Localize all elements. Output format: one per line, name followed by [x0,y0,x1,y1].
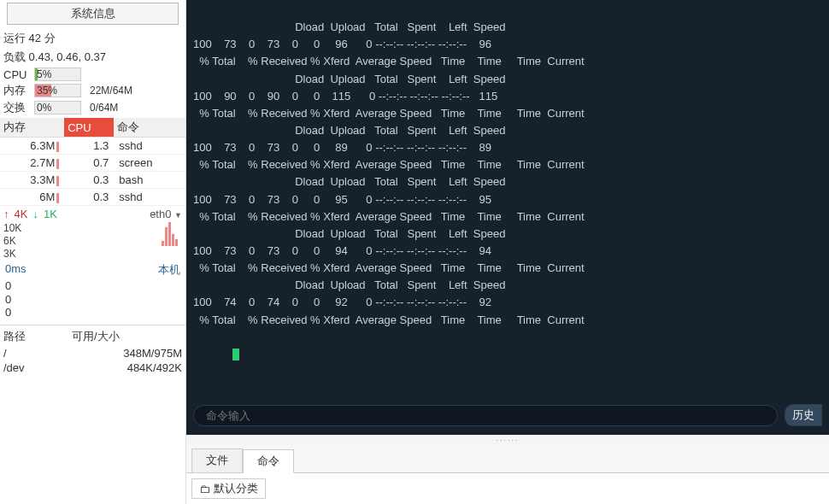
swap-bar: 0% [34,101,81,114]
table-row[interactable]: 6M0.3sshd [0,189,185,206]
terminal-output[interactable]: Dload Upload Total Spent Left Speed 100 … [186,0,829,397]
chevron-down-icon: ▼ [174,211,182,220]
command-input[interactable] [193,405,778,426]
swap-label: 交换 [3,100,31,115]
disk-row[interactable]: /dev484K/492K [0,360,185,375]
load-text: 负载 0.43, 0.46, 0.37 [0,48,185,67]
terminal-cursor [232,349,239,360]
svg-rect-3 [175,239,178,246]
net-sparkline [28,222,182,246]
ping-dest-dropdown[interactable]: 本机 [158,262,180,278]
uptime-text: 运行 42 分 [0,29,185,48]
network-row: ↑4K ↓1K eth0 ▼ [0,206,185,222]
default-category-button[interactable]: 🗀 默认分类 [191,478,266,499]
bottom-body: 🗀 默认分类 [186,473,829,504]
disk-header: 路径 可用/大小 [0,325,185,346]
mem-bar: 35% [34,84,81,97]
net-iface-dropdown[interactable]: eth0 ▼ [150,208,182,220]
right-panel: Dload Upload Total Spent Left Speed 100 … [186,0,829,504]
net-scale: 10K6K3K [0,222,25,261]
mem-label: 内存 [3,83,31,98]
proc-header-cpu[interactable]: CPU [64,118,114,138]
bottom-tabs: 文件 命令 [186,445,829,473]
svg-rect-2 [172,234,174,246]
swap-detail: 0/64M [85,102,118,114]
svg-rect-4 [162,241,164,246]
ping-zeros: 000 [0,279,185,319]
proc-header-mem[interactable]: 内存 [0,118,64,138]
tab-file[interactable]: 文件 [191,448,243,472]
proc-header-cmd[interactable]: 命令 [114,118,185,138]
history-button[interactable]: 历史 [785,404,822,426]
ping-row: 0ms 本机 [0,261,185,279]
ping-ms: 0ms [5,262,26,278]
mem-row: 内存 35% 22M/64M [0,82,185,99]
process-table: 内存 CPU 命令 6.3M1.3sshd 2.7M0.7screen 3.3M… [0,118,185,206]
folder-icon: 🗀 [199,483,210,495]
mem-detail: 22M/64M [85,85,132,97]
table-row[interactable]: 2.7M0.7screen [0,155,185,172]
cpu-label: CPU [3,68,31,81]
swap-row: 交换 0% 0/64M [0,99,185,116]
table-row[interactable]: 6.3M1.3sshd [0,138,185,155]
net-down-val: 1K [44,208,57,220]
cpu-bar: 5% [34,67,81,81]
disk-header-size[interactable]: 可用/大小 [72,329,120,344]
tab-command[interactable]: 命令 [243,449,294,473]
svg-rect-1 [168,222,171,246]
command-input-row: 历史 [186,397,829,435]
system-info-button[interactable]: 系统信息 [7,3,179,25]
arrow-up-icon: ↑ [3,208,9,220]
disk-header-path[interactable]: 路径 [3,329,72,344]
arrow-down-icon: ↓ [32,208,38,220]
splitter-handle[interactable]: ∙∙∙∙∙∙ [186,435,829,445]
svg-rect-0 [165,227,168,246]
disk-row[interactable]: /348M/975M [0,346,185,360]
table-row[interactable]: 3.3M0.3bash [0,172,185,189]
cpu-row: CPU 5% [0,67,185,82]
net-up-val: 4K [15,208,28,220]
left-panel: 系统信息 运行 42 分 负载 0.43, 0.46, 0.37 CPU 5% … [0,0,186,504]
